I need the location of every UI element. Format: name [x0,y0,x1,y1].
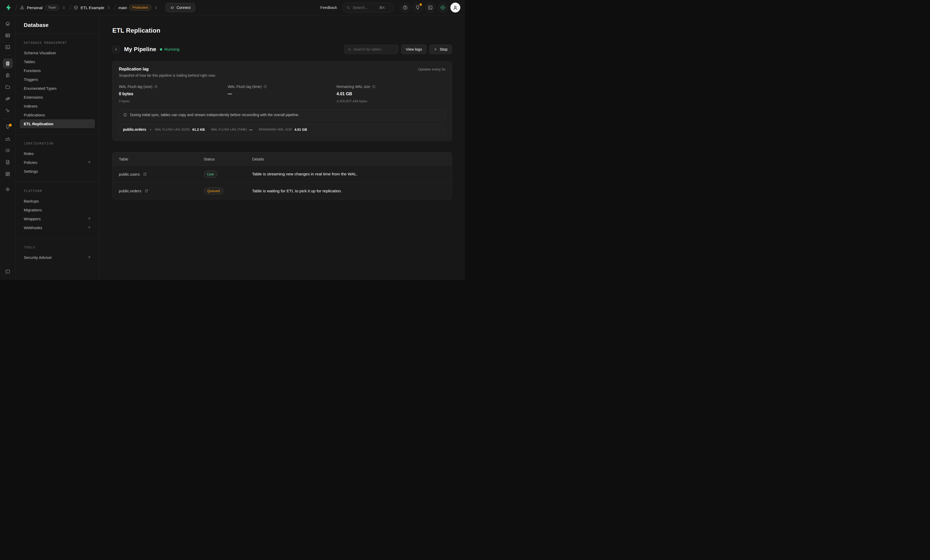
metric-wal-flush-lag-size: WAL Flush lag (size) 0 bytes 0 bytes [119,84,228,103]
table-name: public.orders [119,189,141,193]
supabase-logo[interactable] [4,3,13,12]
breadcrumb-slash [114,5,116,10]
connect-button[interactable]: Connect [166,3,195,12]
section-label: DATABASE MANAGEMENT [20,41,95,44]
feedback-link[interactable]: Feedback [320,6,337,10]
sidebar-item-triggers[interactable]: Triggers [20,75,95,84]
terminal-button[interactable] [425,3,435,12]
lag-row-stat-time: WAL FLUSH LAG (TIME) — [211,127,253,132]
stop-button[interactable]: Stop [429,44,452,54]
chevrons-up-down-icon [62,6,66,10]
rail-logs-button[interactable] [3,145,13,155]
sidebar-item-webhooks[interactable]: Webhooks [20,223,95,232]
section-configuration: CONFIGURATION Roles Policies Settings [16,135,99,182]
pipeline-header: My Pipeline Running View logs Sto [112,44,452,54]
main-content: ETL Replication My Pipeline Running View… [99,15,465,280]
rail-reports-button[interactable] [3,133,13,144]
rail-collapse-sidebar-button[interactable] [3,267,13,276]
table-search-input[interactable] [353,47,393,51]
search-icon [348,48,351,51]
external-link-icon [87,255,91,259]
section-label: CONFIGURATION [20,142,95,145]
rail-storage-button[interactable] [3,82,13,92]
folder-icon [5,84,11,90]
sidebar-item-migrations[interactable]: Migrations [20,206,95,214]
lag-row-stat-remaining: REMAINING WAL SIZE 4.01 GB [259,127,307,132]
rail-auth-button[interactable] [3,70,13,80]
icon-rail [0,15,16,280]
rail-home-button[interactable] [3,18,13,28]
account-avatar[interactable] [450,3,460,12]
rail-divider [4,118,12,119]
org-name: Personal [27,6,43,10]
external-link-icon [87,217,91,221]
column-header-table: Table [112,157,197,161]
status-badge-live: Live [204,171,218,178]
terminal-icon [428,5,433,10]
table-search[interactable] [344,44,399,54]
sidebar-item-extensions[interactable]: Extensions [20,93,95,101]
sidebar-item-enumerated-types[interactable]: Enumerated Types [20,84,95,93]
lag-card-subtitle: Snapshot of how far this pipeline is tra… [119,73,445,78]
sidebar-item-schema-visualizer[interactable]: Schema Visualizer [20,48,95,57]
sidebar-item-policies[interactable]: Policies [20,158,95,167]
rail-database-button[interactable] [3,58,13,68]
rail-edge-functions-button[interactable] [3,94,13,104]
sidebar-item-functions[interactable]: Functions [20,66,95,75]
info-icon[interactable] [154,85,158,89]
branch-switcher-button[interactable] [153,5,159,11]
metric-wal-flush-lag-time: WAL Flush lag (time) — [228,84,337,103]
view-logs-label: View logs [406,47,422,51]
help-button[interactable] [400,3,410,12]
tables-header-row: Table Status Details [112,152,452,166]
notifications-button[interactable] [413,3,423,12]
topbar: Personal Team ETL Example main Productio… [0,0,465,15]
sidebar-item-security-advisor[interactable]: Security Advisor [20,253,95,262]
rail-advisors-button[interactable] [3,122,13,132]
lag-card-title: Replication lag [119,67,149,72]
rail-sql-editor-button[interactable] [3,42,13,52]
section-label: TOOLS [20,245,95,249]
sidebar-item-roles[interactable]: Roles [20,149,95,158]
table-lag-row: public.orders WAL FLUSH LAG (SIZE) 61.2 … [119,124,445,135]
back-button[interactable] [112,46,120,53]
rail-realtime-button[interactable] [3,106,13,115]
sidebar-item-indexes[interactable]: Indexes [20,101,95,110]
orbit-icon [5,96,11,101]
table-name: public.users [119,172,140,176]
rail-api-docs-button[interactable] [3,157,13,167]
open-table-icon[interactable] [145,189,148,193]
rail-table-editor-button[interactable] [3,30,13,40]
sidebar-item-backups[interactable]: Backups [20,196,95,206]
sidebar-item-etl-replication[interactable]: ETL Replication [20,119,95,128]
org-switcher-button[interactable] [61,5,67,11]
sidebar-item-publications[interactable]: Publications [20,110,95,119]
project-switcher-button[interactable] [106,5,112,11]
file-doc-icon [5,160,11,165]
running-status-dot [160,48,162,51]
rail-settings-button[interactable] [3,184,13,194]
ai-assistant-button[interactable] [438,3,448,12]
global-search[interactable]: ⌘K [342,3,394,12]
project-name: ETL Example [81,6,105,10]
sidebar-item-wrappers[interactable]: Wrappers [20,214,95,223]
section-platform: PLATFORM Backups Migrations Wrappers Web… [16,182,99,238]
info-icon[interactable] [263,85,267,89]
view-logs-button[interactable]: View logs [401,44,427,54]
branch-name: main [119,6,127,10]
lag-row-stat-size: WAL FLUSH LAG (SIZE) 61.2 KB [155,127,205,132]
rail-integrations-button[interactable] [3,169,13,179]
sidebar-item-tables[interactable]: Tables [20,57,95,66]
table-details: Table is waiting for ETL to pick it up f… [246,189,452,193]
breadcrumb-org[interactable]: Personal Team [20,5,59,11]
section-label: PLATFORM [20,189,95,193]
user-icon [453,5,458,11]
open-table-icon[interactable] [143,172,147,176]
sidebar-item-settings[interactable]: Settings [20,167,95,176]
global-search-input[interactable] [353,6,377,10]
dot-separator [150,129,151,130]
pause-icon [434,48,437,51]
breadcrumb-project[interactable]: ETL Example [73,5,105,10]
info-icon[interactable] [372,85,376,89]
breadcrumb-branch[interactable]: main Production [119,5,151,11]
